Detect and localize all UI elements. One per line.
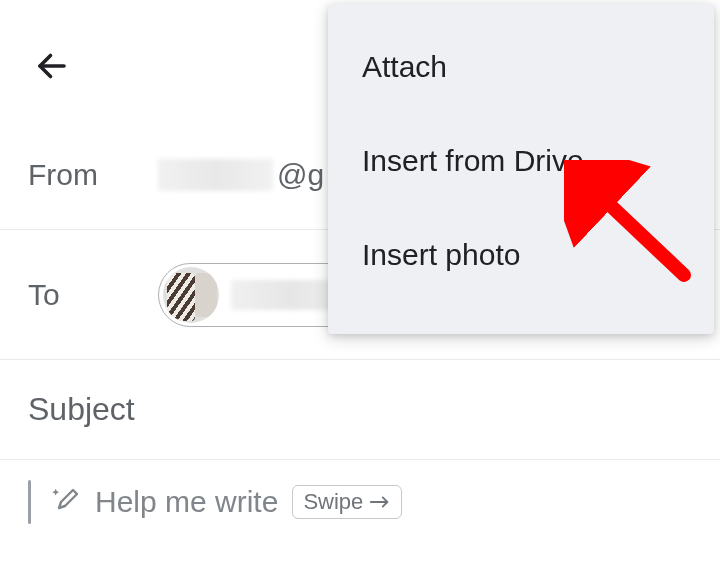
- from-domain: @g: [277, 158, 324, 192]
- from-label: From: [28, 158, 158, 192]
- menu-item-attach[interactable]: Attach: [328, 20, 714, 114]
- to-label: To: [28, 278, 158, 312]
- swipe-label: Swipe: [303, 489, 363, 515]
- back-button[interactable]: [28, 42, 76, 90]
- cursor-bar: [28, 480, 31, 524]
- avatar: [163, 267, 219, 323]
- arrow-left-icon: [34, 48, 70, 84]
- help-me-write-row[interactable]: Help me write Swipe: [0, 460, 720, 544]
- from-value: @g: [158, 158, 324, 192]
- arrow-right-icon: [369, 494, 391, 510]
- attach-menu: Attach Insert from Drive Insert photo: [328, 4, 714, 334]
- subject-row[interactable]: Subject: [0, 360, 720, 460]
- menu-item-insert-from-drive[interactable]: Insert from Drive: [328, 114, 714, 208]
- help-me-write-text: Help me write: [95, 485, 278, 519]
- menu-item-insert-photo[interactable]: Insert photo: [328, 208, 714, 302]
- magic-pencil-icon: [49, 486, 81, 518]
- redacted-from-name: [158, 159, 273, 191]
- swipe-badge[interactable]: Swipe: [292, 485, 402, 519]
- subject-placeholder: Subject: [28, 391, 135, 428]
